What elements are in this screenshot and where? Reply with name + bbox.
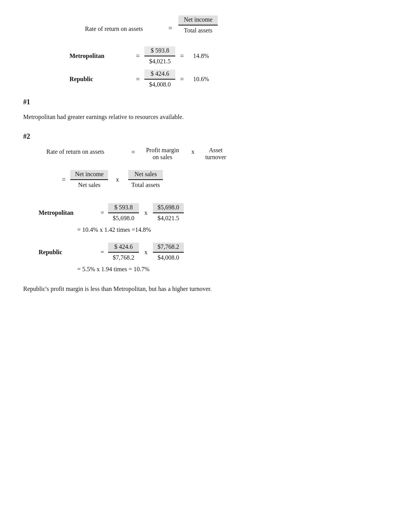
profit-margin-stack: Profit margin on sales [146,147,179,161]
exp-frac1-den: Net sales [72,180,107,189]
section2: Rate of return on assets = Profit margin… [23,147,387,273]
s2-met-frac2: $5,698.0 $4,021.5 [153,203,184,223]
profit-margin-label-bottom: on sales [152,154,172,161]
s2-rep-calc: = 5.5% x 1.94 times = 10.7% [77,266,387,273]
exp-frac2-den: Total assets [127,180,164,189]
met-fraction: $ 593.8 $4,021.5 [144,46,175,66]
roa-numerator: Net income [178,15,218,25]
rep-result: 10.6% [188,76,209,83]
exp-frac2: Net sales Total assets [127,170,164,189]
label-2: #2 [23,133,387,141]
s2-met-row: Metropolitan = $ 593.8 $5,698.0 x $5,698… [39,203,387,223]
s2-top-eq: = [131,147,138,156]
s2-metropolitan-block: Metropolitan = $ 593.8 $5,698.0 x $5,698… [39,203,387,233]
rep-numerator: $ 424.6 [144,70,175,80]
s2-met-name: Metropolitan [39,209,97,216]
roa-lhs-label: Rate of return on assets [85,25,162,35]
rep-denominator: $4,008.0 [144,80,175,89]
met-denominator: $4,021.5 [144,56,175,66]
s2-rep-x: x [139,249,153,256]
met-result: 14.8% [188,53,209,59]
roa-denominator: Total assets [178,25,218,35]
s2-rep-row: Republic = $ 424.6 $7,768.2 x $7,768.2 $… [39,243,387,262]
exp-x: x [113,176,122,183]
roa-eq-sign: = [162,24,178,35]
s2-rep-name: Republic [39,249,97,256]
roa-fraction: Net income Total assets [178,15,218,35]
met-eq1: = [131,52,144,60]
rep-eq1: = [131,75,144,83]
roa-formula: Rate of return on assets = Net income To… [85,15,387,35]
met-numerator: $ 593.8 [144,46,175,56]
s2-lhs: Rate of return on assets [46,147,124,155]
asset-turnover-stack: Asset turnover [205,147,226,161]
s2-rep-frac2-den: $4,008.0 [153,253,184,262]
s2-met-frac2-num: $5,698.0 [153,203,184,213]
s2-rep-frac1: $ 424.6 $7,768.2 [108,243,139,262]
s2-republic-block: Republic = $ 424.6 $7,768.2 x $7,768.2 $… [39,243,387,273]
rep-fraction: $ 424.6 $4,008.0 [144,70,175,89]
s2-rep-frac2-num: $7,768.2 [153,243,184,253]
s2-rep-frac1-num: $ 424.6 [108,243,139,253]
prose-1: Metropolitan had greater earnings relati… [23,112,387,122]
asset-turnover-label-top: Asset [209,147,223,154]
s2-top-formula: Rate of return on assets = Profit margin… [46,147,387,161]
s2-expanded-formula: = Net income Net sales x Net sales Total… [62,170,387,189]
metropolitan-row: Metropolitan = $ 593.8 $4,021.5 = 14.8% [69,46,387,66]
s2-rep-frac2: $7,768.2 $4,008.0 [153,243,184,262]
met-eq2: = [175,52,188,60]
exp-frac2-num: Net sales [128,170,163,180]
s2-met-frac1-den: $5,698.0 [108,213,139,223]
s2-met-calc: = 10.4% x 1.42 times =14.8% [77,226,387,233]
rep-eq2: = [175,75,188,83]
republic-label: Republic [69,76,131,83]
prose-2: Republic's profit margin is less than Me… [23,284,387,294]
s2-met-frac1-num: $ 593.8 [108,203,139,213]
s2-met-frac2-den: $4,021.5 [153,213,184,223]
profit-margin-label-top: Profit margin [146,147,179,154]
s2-met-frac1: $ 593.8 $5,698.0 [108,203,139,223]
section1-formula: Rate of return on assets = Net income To… [46,15,387,89]
metropolitan-label: Metropolitan [69,53,131,59]
exp-frac1-num: Net income [70,170,108,180]
asset-turnover-label-bottom: turnover [205,154,226,161]
s2-met-eq: = [97,209,108,216]
s2-rep-eq: = [97,249,108,256]
label-1: #1 [23,98,387,106]
republic-row: Republic = $ 424.6 $4,008.0 = 10.6% [69,70,387,89]
s1-companies: Metropolitan = $ 593.8 $4,021.5 = 14.8% … [69,46,387,89]
s2-exp-eq: = [62,176,66,184]
exp-frac1: Net income Net sales [70,170,108,189]
s2-rep-frac1-den: $7,768.2 [108,253,139,262]
s2-top-x: x [191,147,198,155]
s2-met-x: x [139,209,153,216]
